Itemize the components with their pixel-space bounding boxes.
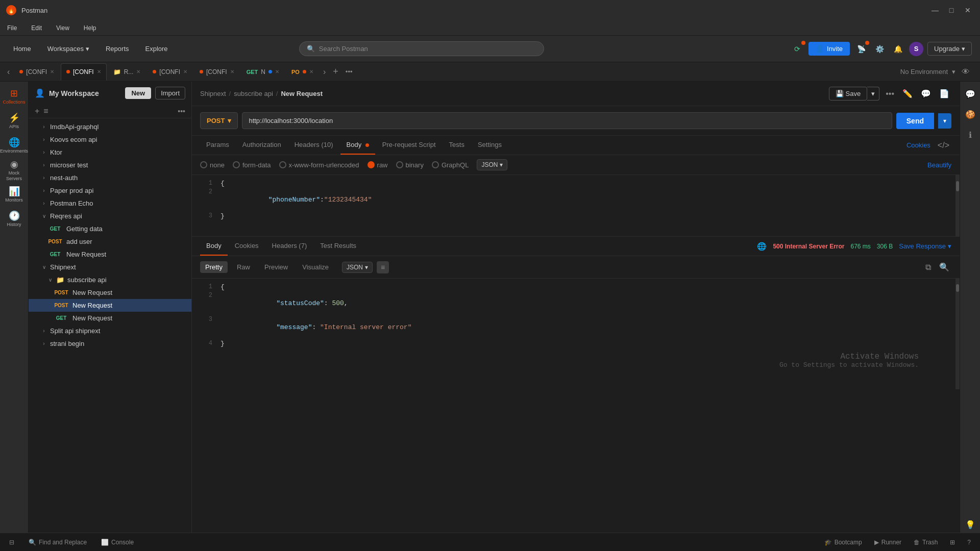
sidebar-item-environments[interactable]: 🌐 Environments [3, 135, 26, 157]
tab-5[interactable]: GET N ✕ [241, 63, 285, 81]
tab-tests[interactable]: Tests [443, 136, 471, 155]
format-visualize[interactable]: Visualize [297, 261, 334, 273]
workspaces-button[interactable]: Workspaces ▾ [42, 42, 94, 56]
tab-3[interactable]: [CONFI ✕ [147, 63, 193, 81]
tab-4[interactable]: [CONFI ✕ [194, 63, 240, 81]
tree-item-nest-auth[interactable]: › nest-auth [29, 171, 191, 184]
tab-close-4[interactable]: ✕ [230, 69, 234, 74]
tree-item-strani[interactable]: › strani begin [29, 337, 191, 350]
tab-2[interactable]: 📁 R... ✕ [108, 63, 146, 81]
tab-close-2[interactable]: ✕ [136, 69, 140, 74]
url-input[interactable] [242, 112, 892, 129]
response-body-editor[interactable]: 1 { 2 "statusCode": 500, 3 "message": "I… [192, 279, 960, 389]
right-light-icon[interactable]: 💡 [962, 516, 978, 533]
tab-0[interactable]: [CONFI ✕ [14, 63, 60, 81]
option-binary[interactable]: binary [396, 161, 424, 169]
resp-tab-headers[interactable]: Headers (7) [266, 237, 313, 256]
tree-item-imdbapi[interactable]: › ImdbApi-graphql [29, 120, 191, 133]
tab-close-6[interactable]: ✕ [309, 69, 313, 74]
bootcamp-button[interactable]: 🎓 Bootcamp [821, 537, 865, 548]
tab-authorization[interactable]: Authorization [236, 136, 287, 155]
code-icon[interactable]: </> [936, 139, 951, 152]
format-preview[interactable]: Preview [259, 261, 293, 273]
save-dropdown-button[interactable]: ▾ [867, 87, 879, 101]
tab-6[interactable]: PO ✕ [286, 63, 319, 81]
sidebar-toggle-button[interactable]: ⊟ [6, 537, 17, 548]
format-raw[interactable]: Raw [232, 261, 255, 273]
method-select[interactable]: POST ▾ [200, 112, 238, 129]
home-button[interactable]: Home [8, 42, 36, 56]
sidebar-item-monitors[interactable]: 📊 Monitors [3, 184, 26, 206]
radio-icon[interactable]: 📡 [854, 42, 868, 56]
resp-tab-cookies[interactable]: Cookies [229, 237, 265, 256]
tree-item-add-user[interactable]: POST add user [29, 235, 191, 248]
tree-item-koovs[interactable]: › Koovs ecom api [29, 133, 191, 146]
tree-item-postman-echo[interactable]: › Postman Echo [29, 197, 191, 210]
tab-close-5[interactable]: ✕ [275, 69, 279, 74]
edit-icon[interactable]: ✏️ [900, 87, 915, 101]
add-collection-button[interactable]: + [35, 107, 39, 116]
copy-icon[interactable]: ⧉ [923, 260, 933, 274]
menu-help[interactable]: Help [82, 23, 99, 33]
import-button[interactable]: Import [155, 87, 185, 99]
settings-icon[interactable]: ⚙️ [872, 42, 887, 56]
radio-form-data[interactable] [233, 161, 240, 168]
resp-tab-test-results[interactable]: Test Results [314, 237, 362, 256]
radio-urlencoded[interactable] [279, 161, 286, 168]
tab-params[interactable]: Params [200, 136, 235, 155]
option-none[interactable]: none [200, 161, 225, 169]
tab-close-0[interactable]: ✕ [50, 69, 54, 74]
avatar[interactable]: S [909, 42, 923, 56]
sidebar-item-collections[interactable]: ⊞ Collections [3, 86, 26, 108]
help-button[interactable]: ? [964, 537, 974, 548]
save-response-button[interactable]: Save Response ▾ [899, 242, 951, 250]
more-options-button[interactable]: ••• [884, 87, 896, 101]
cookies-link[interactable]: Cookies [906, 141, 930, 149]
doc-icon[interactable]: 📄 [937, 87, 951, 101]
upgrade-button[interactable]: Upgrade ▾ [927, 42, 972, 56]
send-button[interactable]: Send [896, 113, 934, 129]
tab-more-button[interactable]: ••• [342, 68, 356, 76]
tree-item-post-new-2[interactable]: POST New Request [29, 299, 191, 312]
tab-body[interactable]: Body [340, 136, 375, 155]
option-raw[interactable]: raw [368, 161, 388, 169]
menu-view[interactable]: View [54, 23, 71, 33]
tab-pre-request[interactable]: Pre-request Script [376, 136, 442, 155]
resp-tab-body[interactable]: Body [200, 237, 228, 256]
tab-close-3[interactable]: ✕ [183, 69, 187, 74]
tab-back-button[interactable]: ‹ [4, 66, 13, 78]
tab-close-1[interactable]: ✕ [97, 69, 101, 74]
radio-graphql[interactable] [432, 161, 439, 168]
radio-raw[interactable] [368, 161, 375, 168]
sidebar-item-mock-servers[interactable]: ◉ Mock Servers [3, 159, 26, 182]
tab-headers[interactable]: Headers (10) [288, 136, 339, 155]
lines-button[interactable]: ≡ [377, 261, 389, 273]
sort-button[interactable]: ≡ [43, 107, 48, 116]
maximize-button[interactable]: □ [945, 4, 958, 16]
resp-json-select[interactable]: JSON ▾ [342, 262, 373, 273]
expand-button[interactable]: ⊞ [947, 537, 958, 548]
eye-icon[interactable]: 👁 [960, 65, 972, 79]
tree-item-post-new-1[interactable]: POST New Request [29, 286, 191, 299]
new-tab-button[interactable]: + [330, 66, 341, 77]
tree-item-shipnext[interactable]: ∨ Shipnext [29, 261, 191, 273]
breadcrumb-subscribe[interactable]: subscribe api [234, 90, 273, 97]
runner-button[interactable]: ▶ Runner [871, 537, 904, 548]
sync-icon[interactable]: ⟳ [790, 42, 804, 56]
close-button[interactable]: ✕ [962, 4, 974, 16]
new-button[interactable]: New [125, 87, 151, 99]
beautify-button[interactable]: Beautify [927, 161, 951, 169]
radio-none[interactable] [200, 161, 207, 168]
tab-settings[interactable]: Settings [472, 136, 508, 155]
sidebar-item-apis[interactable]: ⚡ APIs [3, 110, 26, 133]
notifications-icon[interactable]: 🔔 [891, 42, 905, 56]
reports-button[interactable]: Reports [101, 42, 134, 56]
right-comment-icon[interactable]: 💬 [962, 86, 978, 102]
sidebar-item-history[interactable]: 🕐 History [3, 208, 26, 231]
console-button[interactable]: ⬜ Console [98, 537, 137, 548]
tree-item-paper[interactable]: › Paper prod api [29, 184, 191, 197]
search-response-icon[interactable]: 🔍 [937, 260, 951, 274]
format-pretty[interactable]: Pretty [200, 261, 228, 273]
tree-item-new-request-reqres[interactable]: GET New Request [29, 248, 191, 261]
tree-item-get-new-2[interactable]: GET New Request [29, 312, 191, 324]
